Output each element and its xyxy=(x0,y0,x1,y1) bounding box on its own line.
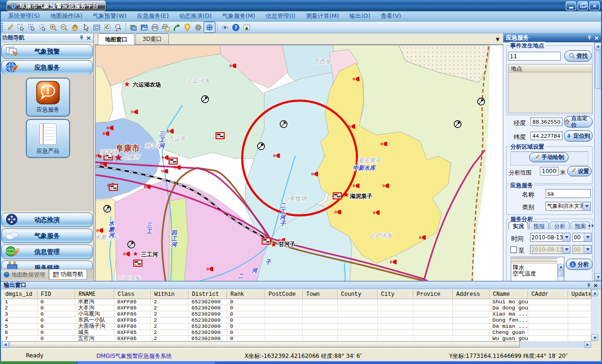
column-header-Town[interactable]: Town xyxy=(303,290,338,299)
column-header-CName[interactable]: CName xyxy=(490,290,528,299)
find-button[interactable]: 查找 xyxy=(564,50,592,62)
toolbar-settings-gear-button[interactable] xyxy=(193,22,204,32)
toolbar-export-image-button[interactable] xyxy=(241,22,252,32)
map-canvas[interactable]: ★★★★★ 六运湖农场三工河乡下西泉九运街阜康市城关镇阜康市种羊场小泉牧场滋泥泉… xyxy=(95,45,503,282)
toolbar-identify-button[interactable] xyxy=(113,22,124,32)
sidebar-item-globe-arrow[interactable]: 应急服务 xyxy=(1,60,93,75)
start-button[interactable] xyxy=(0,361,76,364)
service-tab-3[interactable]: 分析 xyxy=(550,222,570,229)
sidebar-item-film-reel[interactable]: 动态推演 xyxy=(1,213,93,227)
column-header-PostCode[interactable]: PostCode xyxy=(265,290,303,299)
type-combobox[interactable]: 气象和洪水灾害 xyxy=(546,202,591,211)
restore-button[interactable] xyxy=(578,1,588,10)
menu-item-1[interactable]: 系统管理(S) xyxy=(3,11,45,21)
output-vertical-scrollbar[interactable] xyxy=(591,290,598,341)
menu-item-5[interactable]: 动态推演(D) xyxy=(174,11,217,21)
toolbar-print-preview-button[interactable] xyxy=(160,22,171,32)
toolbar-print-button[interactable] xyxy=(150,22,160,32)
tab-scroll-left-icon[interactable] xyxy=(587,222,591,229)
column-header-Update[interactable]: Update xyxy=(568,290,591,299)
scroll-right-icon[interactable] xyxy=(584,341,591,348)
sidebar-item-globe-tools[interactable]: 信息管理 xyxy=(1,245,93,259)
output-horizontal-scrollbar[interactable] xyxy=(2,341,591,348)
column-header-City[interactable]: City xyxy=(378,290,413,299)
toolbar-pan-hand-button[interactable] xyxy=(70,22,80,32)
sidebar-item-weather-docs[interactable]: 气象预警 xyxy=(1,44,93,59)
date-combobox[interactable]: 2010-08-13 xyxy=(530,233,570,242)
toolbar-globe-3d-button[interactable] xyxy=(204,22,215,33)
menu-item-10[interactable]: 查看(V) xyxy=(375,11,406,21)
chevron-down-icon[interactable] xyxy=(583,202,590,210)
service-tab-1[interactable]: 实况 xyxy=(508,222,528,229)
toolbar-measure-pencil-button[interactable] xyxy=(5,22,16,32)
chevron-down-icon[interactable] xyxy=(562,233,570,241)
map-tab-dropdown-icon[interactable]: ▼ xyxy=(496,37,499,42)
tab-3d-window[interactable]: 3D窗口 xyxy=(135,33,169,44)
listbox-scrollbar[interactable] xyxy=(557,264,564,281)
toolbar-layers-button[interactable] xyxy=(128,22,139,32)
toolbar-zoom-in-button[interactable] xyxy=(48,22,59,32)
emergency-product-button[interactable]: 应急产品 xyxy=(26,119,70,158)
service-tab-2[interactable]: 预报 xyxy=(529,222,549,229)
analyze-button[interactable]: 分析 xyxy=(566,259,593,270)
scrollbar-thumb[interactable] xyxy=(558,270,564,277)
taskbar-button[interactable] xyxy=(78,361,215,364)
menu-item-9[interactable]: 输出(O) xyxy=(344,11,376,21)
toolbar-refresh-button[interactable] xyxy=(102,22,113,32)
column-header-dmgis_id[interactable]: dmgis_id xyxy=(2,290,38,299)
table-row[interactable]: 40东风一小队0XFF8626523020000Dong fen... xyxy=(2,317,591,324)
name-input[interactable] xyxy=(546,189,591,198)
toolbar-full-extent-button[interactable] xyxy=(91,22,102,32)
column-header-Within[interactable]: Within xyxy=(151,290,189,299)
emergency-service-button[interactable]: 应急服务 xyxy=(26,78,70,117)
toolbar-zoom-out-button[interactable] xyxy=(59,22,70,32)
latitude-input[interactable] xyxy=(531,132,562,140)
table-row[interactable]: 60城关0XFF8526523020000Cheng guan xyxy=(2,330,591,336)
tab-map-data-management[interactable]: 地图数据管理 xyxy=(0,269,49,280)
menu-item-4[interactable]: 应急服务(E) xyxy=(132,11,174,21)
toolbar-select-point-button[interactable] xyxy=(16,22,26,32)
column-header-County[interactable]: County xyxy=(338,290,378,299)
menu-item-8[interactable]: 测量计算(M) xyxy=(301,11,344,21)
table-row[interactable]: 70五官沟0XFF8626523020000Wu guan gou xyxy=(2,336,591,341)
minimize-button[interactable] xyxy=(566,1,576,10)
scroll-up-icon[interactable] xyxy=(558,264,564,270)
menu-item-7[interactable]: 信息管理(I) xyxy=(261,11,301,21)
table-row[interactable]: 30小马厩沟0XFF8626523020000Xiao ma ... xyxy=(2,311,591,317)
list-item[interactable]: 空气温度 xyxy=(511,270,564,277)
toolbar-goto-arrow-button[interactable] xyxy=(171,22,182,32)
longitude-input[interactable] xyxy=(531,118,562,126)
toolbar-pointer-button[interactable] xyxy=(80,22,91,32)
table-row[interactable]: 10水磨沟0XFF8626523020000Shui mo gou xyxy=(2,299,591,305)
menu-item-3[interactable]: 气象预警(W) xyxy=(87,11,132,21)
event-location-input[interactable] xyxy=(508,52,561,61)
sidebar-item-clouds[interactable]: 气象服务 xyxy=(1,229,93,243)
close-button[interactable]: × xyxy=(589,1,600,10)
scrollbar-thumb[interactable] xyxy=(9,341,520,348)
column-header-Rank[interactable]: Rank xyxy=(227,290,265,299)
element-listbox[interactable]: 降水空气温度 xyxy=(511,257,564,281)
toolbar-eye-visibility-button[interactable] xyxy=(220,22,230,32)
column-header-District[interactable]: District xyxy=(189,290,227,299)
hour-combobox[interactable]: 00 xyxy=(572,233,592,242)
toolbar-screenshot-button[interactable] xyxy=(139,22,150,32)
toolbar-grip[interactable] xyxy=(1,23,3,32)
location-list[interactable]: 地点 xyxy=(508,64,593,113)
pin-icon[interactable] xyxy=(587,35,592,40)
scroll-down-icon[interactable] xyxy=(591,334,598,341)
range-input[interactable] xyxy=(540,167,559,175)
column-header-Class[interactable]: Class xyxy=(114,290,151,299)
close-panel-icon[interactable]: × xyxy=(86,36,91,40)
pin-icon[interactable] xyxy=(586,283,591,288)
scroll-up-icon[interactable] xyxy=(591,290,598,296)
locate-to-button[interactable]: 定位到 xyxy=(564,130,593,142)
pin-icon[interactable] xyxy=(79,35,84,40)
column-header-Address[interactable]: Address xyxy=(453,290,490,299)
column-header-CAddr[interactable]: CAddr xyxy=(528,290,568,299)
table-row[interactable]: 50大面场子沟0XFF8626523020000Da mian ... xyxy=(2,324,591,330)
to-checkbox[interactable] xyxy=(510,246,517,253)
menu-item-2[interactable]: 地图操作(A) xyxy=(45,11,87,21)
menu-item-6[interactable]: 气象服务(M) xyxy=(217,11,261,21)
table-row[interactable]: 20大冬沟0XFF8626523020000Da dong gou xyxy=(2,305,591,311)
close-panel-icon[interactable]: × xyxy=(594,36,599,40)
